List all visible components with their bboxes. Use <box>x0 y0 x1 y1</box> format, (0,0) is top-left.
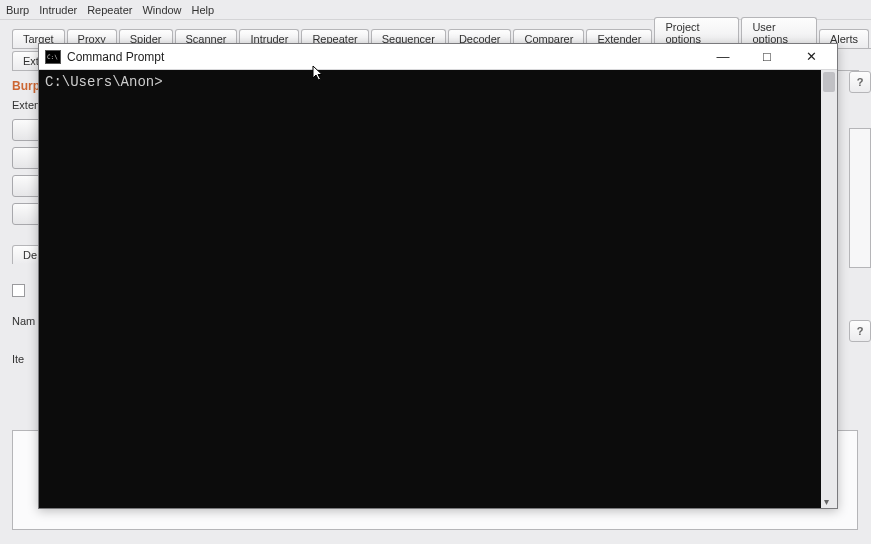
help-icon-2[interactable]: ? <box>849 320 871 342</box>
menu-burp[interactable]: Burp <box>6 4 29 16</box>
cmd-title: Command Prompt <box>67 50 701 64</box>
app-menubar: Burp Intruder Repeater Window Help <box>0 0 871 20</box>
minimize-button[interactable]: — <box>701 44 745 70</box>
cmd-titlebar[interactable]: Command Prompt — □ ✕ <box>39 44 837 70</box>
extension-enabled-checkbox[interactable] <box>12 284 25 297</box>
menu-window[interactable]: Window <box>142 4 181 16</box>
maximize-button[interactable]: □ <box>745 44 789 70</box>
help-icon[interactable]: ? <box>849 71 871 93</box>
cmd-terminal[interactable]: C:\Users\Anon> <box>39 70 821 508</box>
cmd-scroll-thumb[interactable] <box>823 72 835 92</box>
cmd-scrollbar[interactable]: ▾ <box>821 70 837 508</box>
right-panel <box>849 128 871 268</box>
cmd-scroll-arrow-down[interactable]: ▾ <box>824 496 834 506</box>
command-prompt-window[interactable]: Command Prompt — □ ✕ C:\Users\Anon> ▾ <box>38 43 838 509</box>
close-button[interactable]: ✕ <box>789 44 833 70</box>
menu-help[interactable]: Help <box>192 4 215 16</box>
menu-intruder[interactable]: Intruder <box>39 4 77 16</box>
cmd-body-wrap: C:\Users\Anon> ▾ <box>39 70 837 508</box>
menu-repeater[interactable]: Repeater <box>87 4 132 16</box>
cmd-icon <box>45 50 61 64</box>
